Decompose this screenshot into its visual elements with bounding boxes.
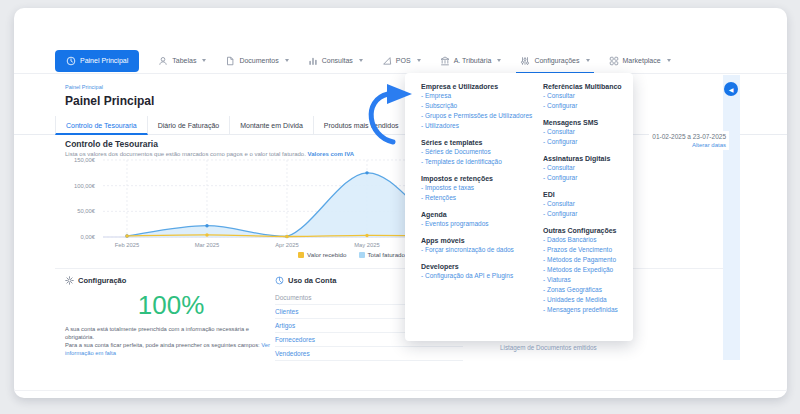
nav-item-label: Tabelas — [172, 57, 196, 64]
pos-icon — [382, 56, 392, 66]
menu-item-consultar[interactable]: Consultar — [543, 91, 627, 101]
menu-section-mensagens-sms: Mensagens SMS — [543, 119, 627, 127]
menu-item-unidades-de-medida[interactable]: Unidades de Medida — [543, 295, 627, 305]
nav-item-documentos[interactable]: Documentos — [225, 48, 288, 74]
legend-swatch — [359, 252, 365, 258]
breadcrumb[interactable]: Painel Principal — [65, 84, 103, 90]
menu-item-configurar[interactable]: Configurar — [543, 101, 627, 111]
menu-item-consultar[interactable]: Consultar — [543, 127, 627, 137]
usage-panel-title: Uso da Conta — [288, 276, 336, 285]
menu-item-utilizadores[interactable]: Utilizadores — [421, 121, 543, 131]
nav-item-label: Configurações — [534, 57, 579, 64]
grid-icon — [609, 56, 619, 66]
menu-item-viaturas[interactable]: Viaturas — [543, 275, 627, 285]
menu-item-m-todos-de-expedi-o[interactable]: Métodos de Expedição — [543, 265, 627, 275]
nav-item-label: Marketplace — [623, 57, 661, 64]
chevron-left-icon: ◀ — [729, 86, 734, 93]
menu-item-configura-o-da-api-e-plugins[interactable]: Configuração da API e Plugins — [421, 271, 543, 281]
menu-item-grupos-e-permiss-es-de-utilizadores[interactable]: Grupos e Permissões de Utilizadores — [421, 111, 543, 121]
legend-label: Total faturado — [368, 251, 406, 258]
svg-text:0,00€: 0,00€ — [80, 234, 95, 240]
menu-item-dados-banc-rios[interactable]: Dados Bancários — [543, 235, 627, 245]
chevron-down-icon — [202, 59, 206, 62]
main-navbar: Painel PrincipalTabelasDocumentosConsult… — [14, 48, 787, 74]
bank-icon — [440, 56, 450, 66]
date-filter: 01-02-2025 a 23-07-2025 Alterar datas — [649, 131, 729, 150]
sliders-icon — [520, 56, 530, 66]
panel-expand-button[interactable]: ◀ — [724, 82, 738, 96]
tab-produtos-mais-vendidos[interactable]: Produtos mais vendidos — [314, 116, 410, 135]
menu-item-configurar[interactable]: Configurar — [543, 137, 627, 147]
main-card: Painel PrincipalTabelasDocumentosConsult… — [14, 8, 787, 398]
chevron-down-icon — [285, 59, 289, 62]
config-panel-title: Configuração — [78, 276, 126, 285]
legend-item-total-faturado: Total faturado — [359, 251, 406, 258]
menu-item-configurar[interactable]: Configurar — [543, 209, 627, 219]
nav-item-label: Documentos — [239, 57, 278, 64]
menu-item-consultar[interactable]: Consultar — [543, 199, 627, 209]
menu-section-developers: Developers — [421, 263, 543, 271]
nav-item-consultas[interactable]: Consultas — [308, 48, 363, 74]
chevron-down-icon — [497, 59, 501, 62]
usage-row-vendedores[interactable]: Vendedores — [275, 347, 463, 361]
collapsed-side-panel — [723, 75, 740, 360]
config-panel-header: Configuração — [65, 276, 277, 285]
chevron-down-icon — [417, 59, 421, 62]
date-range: 01-02-2025 a 23-07-2025 — [652, 133, 726, 140]
menu-item-s-ries-de-documentos[interactable]: Séries de Documentos — [421, 147, 543, 157]
tab-di-rio-de-fatura-o[interactable]: Diário de Faturação — [148, 116, 230, 135]
chart-legend: Valor recebidoTotal faturado — [14, 251, 405, 258]
menu-section-empresa-e-utilizadores: Empresa e Utilizadores — [421, 83, 543, 91]
menu-item-m-todos-de-pagamento[interactable]: Métodos de Pagamento — [543, 255, 627, 265]
legend-label: Valor recebido — [307, 251, 346, 258]
menu-section-refer-ncias-multibanco: Referências Multibanco — [543, 83, 627, 91]
menu-item-for-ar-sincroniza-o-de-dados[interactable]: Forçar sincronização de dados — [421, 245, 543, 255]
change-dates-link[interactable]: Alterar datas — [652, 142, 726, 148]
menu-section-edi: EDI — [543, 191, 627, 199]
menu-item-zonas-geogr-ficas[interactable]: Zonas Geográficas — [543, 285, 627, 295]
svg-text:Apr 2025: Apr 2025 — [275, 242, 299, 248]
menu-section-assinaturas-digitais: Assinaturas Digitais — [543, 155, 627, 163]
menu-item-prazos-de-vencimento[interactable]: Prazos de Vencimento — [543, 245, 627, 255]
tab-controlo-de-tesouraria[interactable]: Controlo de Tesouraria — [55, 116, 148, 135]
section-title: Controlo de Tesouraria — [65, 139, 158, 149]
chart-icon — [308, 56, 318, 66]
nav-item-label: A. Tributária — [454, 57, 492, 64]
svg-text:150,00€: 150,00€ — [74, 157, 96, 163]
menu-section-impostos-e-reten-es: Impostos e retenções — [421, 175, 543, 183]
config-line1: A sua conta está totalmente preenchida c… — [65, 326, 249, 340]
config-panel: Configuração 100% A sua conta está total… — [65, 276, 277, 357]
nav-item-tabelas[interactable]: Tabelas — [158, 48, 206, 74]
nav-item-marketplace[interactable]: Marketplace — [609, 48, 671, 74]
document-icon — [225, 56, 235, 66]
pie-icon — [275, 276, 284, 285]
chevron-down-icon — [586, 59, 590, 62]
nav-item-painel-principal[interactable]: Painel Principal — [55, 50, 139, 72]
nav-item-label: Painel Principal — [80, 57, 128, 64]
nav-item-configura-es[interactable]: Configurações — [520, 48, 589, 74]
settings-dropdown-menu: Empresa e UtilizadoresEmpresaSubscriçãoG… — [405, 73, 633, 341]
footer-divider — [14, 390, 787, 391]
menu-item-impostos-e-taxas[interactable]: Impostos e taxas — [421, 183, 543, 193]
menu-item-reten-es[interactable]: Retenções — [421, 193, 543, 203]
menu-item-empresa[interactable]: Empresa — [421, 91, 543, 101]
menu-item-mensagens-predefinidas[interactable]: Mensagens predefinidas — [543, 305, 627, 315]
users-icon — [158, 56, 168, 66]
nav-item-label: Consultas — [322, 57, 353, 64]
menu-item-subscri-o[interactable]: Subscrição — [421, 101, 543, 111]
menu-section-outras-configura-es: Outras Configurações — [543, 227, 627, 235]
app-window: Painel PrincipalTabelasDocumentosConsult… — [0, 0, 800, 414]
nav-item-pos[interactable]: POS — [382, 48, 421, 74]
menu-item-templates-de-identifica-o[interactable]: Templates de Identificação — [421, 157, 543, 167]
menu-item-configurar[interactable]: Configurar — [543, 173, 627, 183]
nav-item-a-tribut-ria[interactable]: A. Tributária — [440, 48, 502, 74]
svg-text:50,00€: 50,00€ — [77, 208, 96, 214]
tab-montante-em-d-vida[interactable]: Montante em Dívida — [230, 116, 314, 135]
menu-item-eventos-programados[interactable]: Eventos programados — [421, 219, 543, 229]
menu-item-consultar[interactable]: Consultar — [543, 163, 627, 173]
documents-list-link[interactable]: Listagem de Documentos emitidos — [500, 344, 597, 351]
legend-swatch — [298, 252, 304, 258]
clock-icon — [66, 56, 76, 66]
completion-percent: 100% — [65, 290, 277, 321]
chevron-down-icon — [359, 59, 363, 62]
